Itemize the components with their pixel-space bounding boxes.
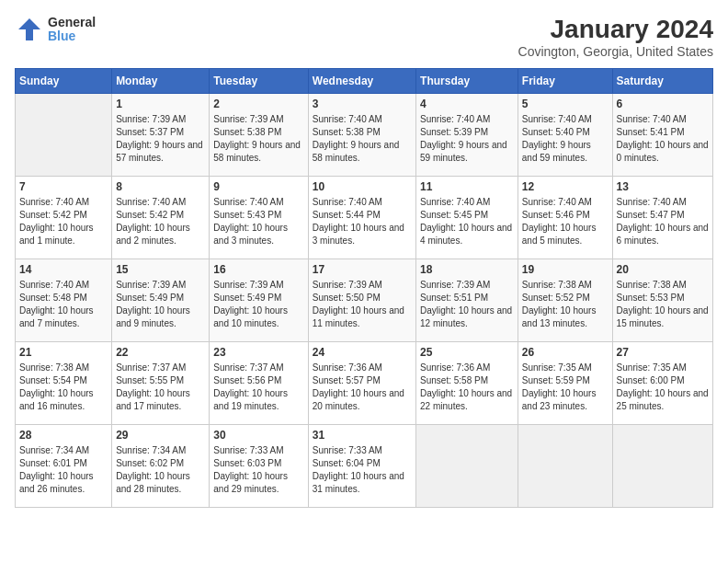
calendar-cell: 19Sunrise: 7:38 AMSunset: 5:52 PMDayligh… (518, 259, 612, 342)
calendar-cell: 27Sunrise: 7:35 AMSunset: 6:00 PMDayligh… (612, 342, 712, 425)
day-info: Sunrise: 7:34 AMSunset: 6:01 PMDaylight:… (19, 444, 108, 496)
calendar-cell: 8Sunrise: 7:40 AMSunset: 5:42 PMDaylight… (112, 177, 210, 259)
day-number: 30 (213, 429, 303, 442)
calendar-cell: 20Sunrise: 7:38 AMSunset: 5:53 PMDayligh… (612, 259, 712, 342)
calendar-cell: 11Sunrise: 7:40 AMSunset: 5:45 PMDayligh… (416, 177, 518, 259)
day-number: 3 (313, 98, 412, 110)
calendar-cell: 10Sunrise: 7:40 AMSunset: 5:44 PMDayligh… (308, 177, 415, 259)
calendar-cell: 18Sunrise: 7:39 AMSunset: 5:51 PMDayligh… (416, 259, 518, 342)
day-number: 10 (313, 180, 412, 193)
calendar-cell: 15Sunrise: 7:39 AMSunset: 5:49 PMDayligh… (112, 259, 210, 342)
day-number: 16 (213, 263, 303, 276)
day-number: 23 (213, 346, 303, 359)
day-info: Sunrise: 7:40 AMSunset: 5:38 PMDaylight:… (313, 113, 412, 165)
calendar-cell: 28Sunrise: 7:34 AMSunset: 6:01 PMDayligh… (16, 425, 112, 508)
day-info: Sunrise: 7:36 AMSunset: 5:57 PMDaylight:… (313, 362, 412, 413)
logo: General Blue (15, 15, 96, 44)
day-number: 31 (313, 429, 412, 442)
day-number: 11 (420, 180, 514, 193)
calendar-cell: 29Sunrise: 7:34 AMSunset: 6:02 PMDayligh… (112, 425, 210, 508)
day-info: Sunrise: 7:33 AMSunset: 6:04 PMDaylight:… (313, 444, 412, 496)
title-block: January 2024 Covington, Georgia, United … (518, 15, 713, 59)
calendar-subtitle: Covington, Georgia, United States (518, 44, 713, 59)
day-number: 5 (522, 98, 609, 110)
day-info: Sunrise: 7:40 AMSunset: 5:42 PMDaylight:… (116, 196, 205, 247)
day-info: Sunrise: 7:40 AMSunset: 5:41 PMDaylight:… (617, 113, 709, 165)
calendar-cell: 12Sunrise: 7:40 AMSunset: 5:46 PMDayligh… (518, 177, 612, 259)
day-info: Sunrise: 7:39 AMSunset: 5:38 PMDaylight:… (213, 113, 303, 165)
calendar-cell (16, 94, 112, 177)
day-info: Sunrise: 7:37 AMSunset: 5:55 PMDaylight:… (116, 362, 205, 413)
day-number: 1 (116, 98, 205, 110)
day-info: Sunrise: 7:38 AMSunset: 5:53 PMDaylight:… (617, 279, 709, 330)
day-number: 4 (420, 98, 514, 110)
calendar-week-row: 14Sunrise: 7:40 AMSunset: 5:48 PMDayligh… (16, 259, 713, 342)
calendar-cell: 17Sunrise: 7:39 AMSunset: 5:50 PMDayligh… (308, 259, 415, 342)
weekday-header-row: SundayMondayTuesdayWednesdayThursdayFrid… (16, 69, 713, 94)
day-number: 7 (19, 180, 108, 193)
calendar-cell: 7Sunrise: 7:40 AMSunset: 5:42 PMDaylight… (16, 177, 112, 259)
calendar-cell: 30Sunrise: 7:33 AMSunset: 6:03 PMDayligh… (210, 425, 308, 508)
day-info: Sunrise: 7:40 AMSunset: 5:43 PMDaylight:… (213, 196, 303, 247)
calendar-cell: 4Sunrise: 7:40 AMSunset: 5:39 PMDaylight… (416, 94, 518, 177)
day-number: 22 (116, 346, 205, 359)
calendar-cell: 3Sunrise: 7:40 AMSunset: 5:38 PMDaylight… (308, 94, 415, 177)
logo-text: General Blue (48, 16, 96, 44)
weekday-header: Friday (518, 69, 612, 94)
day-info: Sunrise: 7:40 AMSunset: 5:39 PMDaylight:… (420, 113, 514, 165)
day-number: 28 (19, 429, 108, 442)
day-number: 13 (617, 180, 709, 193)
day-info: Sunrise: 7:40 AMSunset: 5:48 PMDaylight:… (19, 279, 108, 330)
calendar-cell: 25Sunrise: 7:36 AMSunset: 5:58 PMDayligh… (416, 342, 518, 425)
day-number: 14 (19, 263, 108, 276)
logo-icon (15, 15, 44, 44)
svg-marker-0 (18, 18, 40, 40)
day-info: Sunrise: 7:40 AMSunset: 5:44 PMDaylight:… (313, 196, 412, 247)
day-info: Sunrise: 7:37 AMSunset: 5:56 PMDaylight:… (213, 362, 303, 413)
day-info: Sunrise: 7:40 AMSunset: 5:42 PMDaylight:… (19, 196, 108, 247)
day-number: 9 (213, 180, 303, 193)
day-info: Sunrise: 7:35 AMSunset: 6:00 PMDaylight:… (617, 362, 709, 413)
day-number: 6 (617, 98, 709, 110)
calendar-cell: 23Sunrise: 7:37 AMSunset: 5:56 PMDayligh… (210, 342, 308, 425)
day-info: Sunrise: 7:38 AMSunset: 5:52 PMDaylight:… (522, 279, 609, 330)
weekday-header: Thursday (416, 69, 518, 94)
day-number: 21 (19, 346, 108, 359)
day-info: Sunrise: 7:33 AMSunset: 6:03 PMDaylight:… (213, 444, 303, 496)
weekday-header: Saturday (612, 69, 712, 94)
day-number: 25 (420, 346, 514, 359)
day-info: Sunrise: 7:39 AMSunset: 5:49 PMDaylight:… (213, 279, 303, 330)
day-info: Sunrise: 7:38 AMSunset: 5:54 PMDaylight:… (19, 362, 108, 413)
calendar-week-row: 21Sunrise: 7:38 AMSunset: 5:54 PMDayligh… (16, 342, 713, 425)
calendar-week-row: 1Sunrise: 7:39 AMSunset: 5:37 PMDaylight… (16, 94, 713, 177)
calendar-title: January 2024 (518, 15, 713, 44)
weekday-header: Sunday (16, 69, 112, 94)
day-info: Sunrise: 7:39 AMSunset: 5:51 PMDaylight:… (420, 279, 514, 330)
calendar-cell (518, 425, 612, 508)
calendar-cell: 1Sunrise: 7:39 AMSunset: 5:37 PMDaylight… (112, 94, 210, 177)
weekday-header: Wednesday (308, 69, 415, 94)
calendar-cell: 2Sunrise: 7:39 AMSunset: 5:38 PMDaylight… (210, 94, 308, 177)
calendar-cell: 5Sunrise: 7:40 AMSunset: 5:40 PMDaylight… (518, 94, 612, 177)
day-number: 27 (617, 346, 709, 359)
day-info: Sunrise: 7:40 AMSunset: 5:46 PMDaylight:… (522, 196, 609, 247)
calendar-cell: 9Sunrise: 7:40 AMSunset: 5:43 PMDaylight… (210, 177, 308, 259)
day-info: Sunrise: 7:39 AMSunset: 5:37 PMDaylight:… (116, 113, 205, 165)
calendar-cell: 26Sunrise: 7:35 AMSunset: 5:59 PMDayligh… (518, 342, 612, 425)
calendar-cell: 16Sunrise: 7:39 AMSunset: 5:49 PMDayligh… (210, 259, 308, 342)
calendar-cell: 22Sunrise: 7:37 AMSunset: 5:55 PMDayligh… (112, 342, 210, 425)
calendar-cell: 6Sunrise: 7:40 AMSunset: 5:41 PMDaylight… (612, 94, 712, 177)
calendar-week-row: 7Sunrise: 7:40 AMSunset: 5:42 PMDaylight… (16, 177, 713, 259)
calendar-cell: 21Sunrise: 7:38 AMSunset: 5:54 PMDayligh… (16, 342, 112, 425)
calendar-cell: 13Sunrise: 7:40 AMSunset: 5:47 PMDayligh… (612, 177, 712, 259)
day-info: Sunrise: 7:34 AMSunset: 6:02 PMDaylight:… (116, 444, 205, 496)
calendar-table: SundayMondayTuesdayWednesdayThursdayFrid… (15, 68, 713, 508)
day-number: 17 (313, 263, 412, 276)
day-number: 29 (116, 429, 205, 442)
day-info: Sunrise: 7:39 AMSunset: 5:49 PMDaylight:… (116, 279, 205, 330)
day-number: 26 (522, 346, 609, 359)
day-info: Sunrise: 7:40 AMSunset: 5:40 PMDaylight:… (522, 113, 609, 165)
day-number: 2 (213, 98, 303, 110)
calendar-cell (416, 425, 518, 508)
calendar-cell: 14Sunrise: 7:40 AMSunset: 5:48 PMDayligh… (16, 259, 112, 342)
